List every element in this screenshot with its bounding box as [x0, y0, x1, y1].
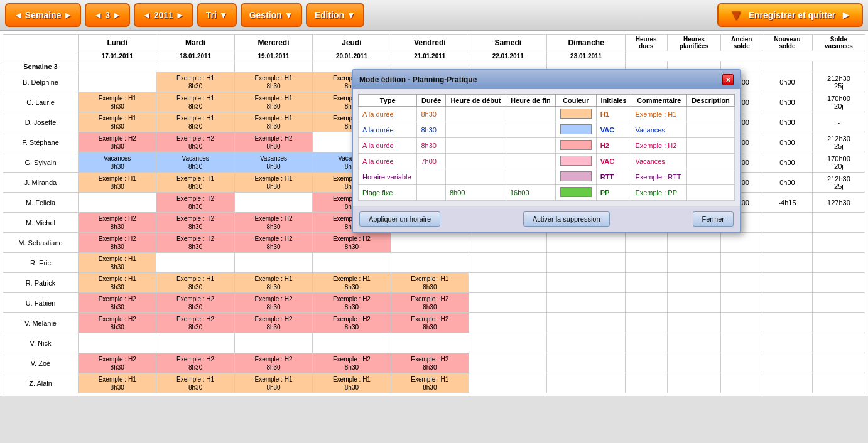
day-cell[interactable]	[79, 72, 156, 92]
modal-row[interactable]: A la durée8h30H2Exemple : H2	[359, 138, 735, 154]
day-cell[interactable]	[547, 333, 625, 353]
fermer-button[interactable]: Fermer	[693, 211, 734, 227]
day-cell[interactable]: Exemple : H18h30	[313, 273, 391, 293]
modal-close-button[interactable]: ✕	[722, 74, 734, 85]
day-cell[interactable]: Exemple : H28h30	[234, 213, 312, 233]
week-number-button[interactable]: ◄ 3 ►	[85, 3, 130, 27]
day-cell[interactable]: Exemple : H18h30	[234, 92, 312, 112]
day-cell[interactable]	[547, 273, 625, 293]
day-cell[interactable]: Exemple : H28h30	[391, 293, 469, 313]
day-cell[interactable]: Exemple : H28h30	[79, 132, 156, 152]
day-cell[interactable]	[234, 333, 312, 353]
day-cell[interactable]: Exemple : H28h30	[234, 132, 312, 152]
day-cell[interactable]: Exemple : H28h30	[234, 233, 312, 253]
day-cell[interactable]	[79, 193, 156, 213]
modal-row[interactable]: Plage fixe8h0016h00PPExemple : PP	[359, 185, 735, 201]
day-cell[interactable]: Exemple : H28h30	[156, 193, 234, 213]
edition-button[interactable]: Edition ▼	[306, 3, 364, 27]
day-cell[interactable]	[547, 233, 625, 253]
modal-row[interactable]: A la durée8h30VACVacances	[359, 122, 735, 138]
day-cell[interactable]: Exemple : H28h30	[156, 353, 234, 373]
day-cell[interactable]: Exemple : H18h30	[156, 173, 234, 193]
activer-button[interactable]: Activer la suppression	[523, 211, 610, 227]
day-cell[interactable]	[469, 233, 547, 253]
table-row[interactable]: V. MélanieExemple : H28h30Exemple : H28h…	[3, 313, 865, 333]
day-cell[interactable]: Exemple : H28h30	[234, 313, 312, 333]
day-cell[interactable]: Exemple : H18h30	[156, 373, 234, 393]
day-cell[interactable]	[79, 333, 156, 353]
day-cell[interactable]	[469, 253, 547, 273]
day-cell[interactable]	[469, 373, 547, 393]
day-cell[interactable]: Vacances8h30	[79, 152, 156, 173]
day-cell[interactable]: Vacances8h30	[234, 152, 312, 173]
day-cell[interactable]: Exemple : H18h30	[234, 273, 312, 293]
day-cell[interactable]: Exemple : H28h30	[156, 233, 234, 253]
day-cell[interactable]: Exemple : H28h30	[313, 233, 391, 253]
table-row[interactable]: Z. AlainExemple : H18h30Exemple : H18h30…	[3, 373, 865, 393]
day-cell[interactable]	[469, 273, 547, 293]
day-cell[interactable]: Exemple : H18h30	[313, 373, 391, 393]
day-cell[interactable]	[547, 353, 625, 373]
day-cell[interactable]: Exemple : H18h30	[234, 373, 312, 393]
day-cell[interactable]: Exemple : H28h30	[234, 353, 312, 373]
table-row[interactable]: V. Nick	[3, 333, 865, 353]
day-cell[interactable]	[156, 333, 234, 353]
day-cell[interactable]	[391, 253, 469, 273]
day-cell[interactable]	[313, 333, 391, 353]
day-cell[interactable]: Exemple : H28h30	[79, 293, 156, 313]
day-cell[interactable]: Exemple : H18h30	[79, 273, 156, 293]
day-cell[interactable]	[547, 253, 625, 273]
day-cell[interactable]: Exemple : H28h30	[156, 293, 234, 313]
day-cell[interactable]: Exemple : H28h30	[79, 233, 156, 253]
day-cell[interactable]: Exemple : H18h30	[79, 373, 156, 393]
modal-row[interactable]: Horaire variableRTTExemple : RTT	[359, 169, 735, 185]
modal-row[interactable]: A la durée8h30H1Exemple : H1	[359, 107, 735, 122]
day-cell[interactable]: Exemple : H18h30	[156, 72, 234, 92]
day-cell[interactable]	[391, 333, 469, 353]
day-cell[interactable]: Exemple : H28h30	[79, 353, 156, 373]
day-cell[interactable]: Exemple : H28h30	[391, 353, 469, 373]
table-row[interactable]: V. ZoéExemple : H28h30Exemple : H28h30Ex…	[3, 353, 865, 373]
day-cell[interactable]: Exemple : H28h30	[313, 293, 391, 313]
table-row[interactable]: R. EricExemple : H18h30	[3, 253, 865, 273]
modal-row[interactable]: A la durée7h00VACVacances	[359, 154, 735, 169]
day-cell[interactable]: Exemple : H18h30	[391, 273, 469, 293]
day-cell[interactable]	[547, 373, 625, 393]
day-cell[interactable]	[313, 253, 391, 273]
day-cell[interactable]: Exemple : H28h30	[156, 213, 234, 233]
day-cell[interactable]: Exemple : H28h30	[313, 313, 391, 333]
day-cell[interactable]: Exemple : H18h30	[79, 92, 156, 112]
day-cell[interactable]: Vacances8h30	[156, 152, 234, 173]
day-cell[interactable]: Exemple : H18h30	[234, 72, 312, 92]
day-cell[interactable]	[547, 313, 625, 333]
year-button[interactable]: ◄ 2011 ►	[134, 3, 193, 27]
day-cell[interactable]: Exemple : H28h30	[156, 132, 234, 152]
day-cell[interactable]: Exemple : H28h30	[156, 313, 234, 333]
save-button[interactable]: ▼ Enregistrer et quitter ►	[717, 3, 863, 27]
day-cell[interactable]	[469, 293, 547, 313]
day-cell[interactable]	[469, 353, 547, 373]
day-cell[interactable]	[469, 333, 547, 353]
day-cell[interactable]: Exemple : H18h30	[156, 112, 234, 132]
day-cell[interactable]: Exemple : H18h30	[79, 253, 156, 273]
tri-button[interactable]: Tri ▼	[197, 3, 237, 27]
day-cell[interactable]: Exemple : H28h30	[234, 293, 312, 313]
day-cell[interactable]	[469, 313, 547, 333]
day-cell[interactable]: Exemple : H18h30	[79, 173, 156, 193]
day-cell[interactable]: Exemple : H18h30	[234, 173, 312, 193]
day-cell[interactable]: Exemple : H18h30	[156, 92, 234, 112]
day-cell[interactable]: Exemple : H28h30	[391, 313, 469, 333]
day-cell[interactable]: Exemple : H18h30	[156, 273, 234, 293]
table-row[interactable]: U. FabienExemple : H28h30Exemple : H28h3…	[3, 293, 865, 313]
day-cell[interactable]: Exemple : H28h30	[313, 353, 391, 373]
day-cell[interactable]: Exemple : H28h30	[79, 313, 156, 333]
appliquer-button[interactable]: Appliquer un horaire	[359, 211, 440, 227]
day-cell[interactable]	[391, 233, 469, 253]
day-cell[interactable]: Exemple : H28h30	[79, 213, 156, 233]
day-cell[interactable]	[234, 253, 312, 273]
table-row[interactable]: R. PatrickExemple : H18h30Exemple : H18h…	[3, 273, 865, 293]
day-cell[interactable]: Exemple : H18h30	[234, 112, 312, 132]
day-cell[interactable]: Exemple : H18h30	[391, 373, 469, 393]
semaine-button[interactable]: ◄ Semaine ►	[5, 3, 81, 27]
gestion-button[interactable]: Gestion ▼	[241, 3, 302, 27]
